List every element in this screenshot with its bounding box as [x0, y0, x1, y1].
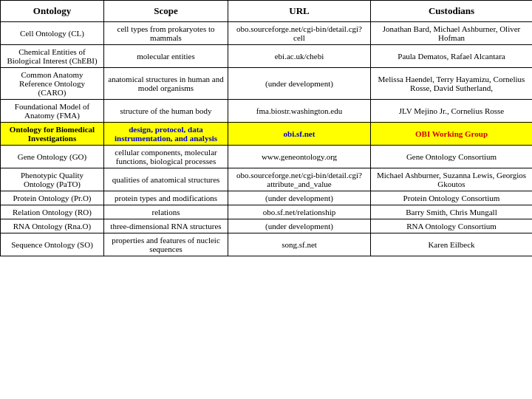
cell-ontology: RNA Ontology (Rna.O) — [1, 219, 104, 233]
cell-scope: relations — [104, 205, 228, 219]
cell-custodians: Protein Ontology Consortium — [371, 191, 533, 205]
cell-url: (under development) — [228, 219, 371, 233]
table-row: Chemical Entities of Biological Interest… — [1, 45, 533, 68]
cell-scope: structure of the human body — [104, 100, 228, 123]
cell-scope: protein types and modifications — [104, 191, 228, 205]
cell-ontology: Gene Ontology (GO) — [1, 146, 104, 168]
cell-custodians: Barry Smith, Chris Mungall — [371, 205, 533, 219]
cell-custodians: Karen Eilbeck — [371, 233, 533, 256]
cell-scope: properties and features of nucleic seque… — [104, 233, 228, 256]
cell-ontology: Common Anatomy Reference Ontology (CARO) — [1, 68, 104, 100]
cell-custodians: JLV Mejino Jr., Cornelius Rosse — [371, 100, 533, 123]
cell-ontology: Foundational Model of Anatomy (FMA) — [1, 100, 104, 123]
cell-url: obi.sf.net — [228, 123, 371, 146]
cell-scope: design, protocol, data instrumentation, … — [104, 123, 228, 146]
cell-custodians: Melissa Haendel, Terry Hayamizu, Corneli… — [371, 68, 533, 100]
col-header-scope: Scope — [104, 1, 228, 22]
cell-url: obo.sf.net/relationship — [228, 205, 371, 219]
cell-ontology: Cell Ontology (CL) — [1, 22, 104, 45]
cell-ontology: Protein Ontology (Pr.O) — [1, 191, 104, 205]
table-row: Common Anatomy Reference Ontology (CARO)… — [1, 68, 533, 100]
cell-scope: qualities of anatomical structures — [104, 168, 228, 191]
cell-custodians: OBI Working Group — [371, 123, 533, 146]
table-row: Relation Ontology (RO)relationsobo.sf.ne… — [1, 205, 533, 219]
cell-ontology: Sequence Ontology (SO) — [1, 233, 104, 256]
table-row: Sequence Ontology (SO)properties and fea… — [1, 233, 533, 256]
col-header-url: URL — [228, 1, 371, 22]
cell-custodians: Paula Dematos, Rafael Alcantara — [371, 45, 533, 68]
table-row: Protein Ontology (Pr.O)protein types and… — [1, 191, 533, 205]
col-header-custodians: Custodians — [371, 1, 533, 22]
cell-url: obo.sourceforge.net/cgi-bin/detail.cgi?a… — [228, 168, 371, 191]
table-row: Phenotypic Quality Ontology (PaTO)qualit… — [1, 168, 533, 191]
cell-ontology: Ontology for Biomedical Investigations — [1, 123, 104, 146]
cell-custodians: RNA Ontology Consortium — [371, 219, 533, 233]
cell-url: fma.biostr.washington.edu — [228, 100, 371, 123]
cell-ontology: Chemical Entities of Biological Interest… — [1, 45, 104, 68]
table-row: Cell Ontology (CL)cell types from prokar… — [1, 22, 533, 45]
cell-url: obo.sourceforge.net/cgi-bin/detail.cgi?c… — [228, 22, 371, 45]
table-row: Gene Ontology (GO)cellular components, m… — [1, 146, 533, 168]
cell-custodians: Jonathan Bard, Michael Ashburner, Oliver… — [371, 22, 533, 45]
cell-url: song.sf.net — [228, 233, 371, 256]
table-row: Ontology for Biomedical Investigationsde… — [1, 123, 533, 146]
cell-custodians: Michael Ashburner, Suzanna Lewis, Georgi… — [371, 168, 533, 191]
cell-ontology: Phenotypic Quality Ontology (PaTO) — [1, 168, 104, 191]
cell-scope: three-dimensional RNA structures — [104, 219, 228, 233]
table-row: Foundational Model of Anatomy (FMA)struc… — [1, 100, 533, 123]
cell-url: ebi.ac.uk/chebi — [228, 45, 371, 68]
cell-scope: cell types from prokaryotes to mammals — [104, 22, 228, 45]
cell-scope: anatomical structures in human and model… — [104, 68, 228, 100]
ontology-table: Ontology Scope URL Custodians Cell Ontol… — [0, 0, 532, 256]
cell-scope: cellular components, molecular functions… — [104, 146, 228, 168]
cell-custodians: Gene Ontology Consortium — [371, 146, 533, 168]
cell-url: (under development) — [228, 68, 371, 100]
header-row: Ontology Scope URL Custodians — [1, 1, 533, 22]
cell-ontology: Relation Ontology (RO) — [1, 205, 104, 219]
cell-url: www.geneontology.org — [228, 146, 371, 168]
col-header-ontology: Ontology — [1, 1, 104, 22]
cell-url: (under development) — [228, 191, 371, 205]
cell-scope: molecular entities — [104, 45, 228, 68]
table-row: RNA Ontology (Rna.O)three-dimensional RN… — [1, 219, 533, 233]
